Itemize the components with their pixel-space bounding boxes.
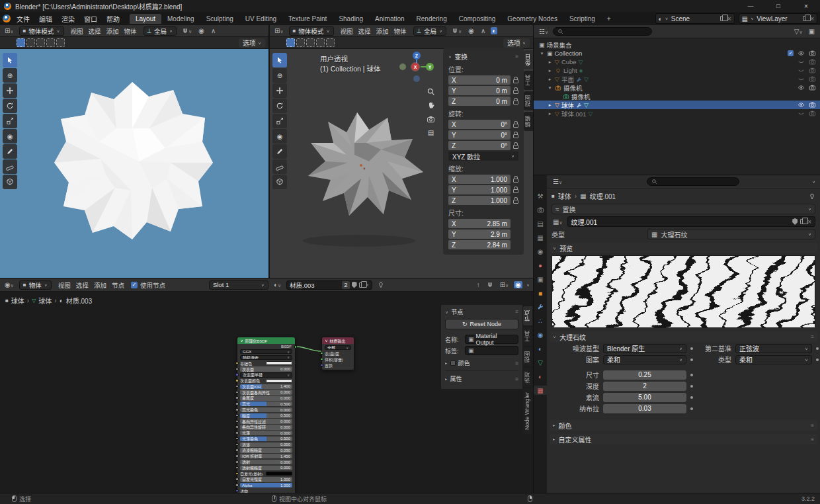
workspace-tab[interactable]: + [601, 14, 617, 24]
material-icon[interactable]: ◐∨ [272, 281, 282, 288]
node-sidebar-tab[interactable]: 工具 [523, 327, 532, 346]
viewport-menu-item[interactable]: 视图 [68, 26, 86, 36]
object-row-sphere[interactable]: ▸ ▽球体▽ [534, 101, 820, 109]
bsdf-row[interactable]: 次表面半径 ∨ [240, 372, 292, 377]
pin-icon[interactable] [376, 281, 386, 288]
new-texture-icon[interactable] [800, 219, 805, 224]
tab-constraints[interactable]: ◐ [534, 344, 547, 353]
snap-target-icon[interactable]: ⊞∨ [499, 281, 511, 288]
panel-grip-icon[interactable]: ≡ [515, 54, 518, 60]
input-socket[interactable] [320, 352, 323, 355]
reset-node-button[interactable]: ↻Reset Node [445, 319, 518, 329]
lock-icon[interactable] [513, 90, 518, 94]
tool-rotate-icon[interactable] [272, 99, 287, 113]
input-socket[interactable] [235, 489, 239, 493]
render-visibility-icon[interactable] [809, 101, 816, 108]
breadcrumb-texture[interactable]: 纹理.001 [590, 191, 616, 201]
viewport-menu-item[interactable]: 物体 [391, 26, 409, 36]
bsdf-row[interactable]: 自发光强度 1.000 ∨ [240, 477, 292, 482]
input-socket[interactable] [320, 358, 323, 361]
collection-row[interactable]: ▾ ▣Collection ✓ [534, 49, 820, 58]
menu-item[interactable]: 渲染 [57, 14, 79, 24]
viewport-menu-item[interactable]: 添加 [104, 26, 122, 36]
tool-add-cube-icon[interactable] [3, 175, 17, 189]
bsdf-row[interactable]: 次表面颜色 ∨ [240, 378, 292, 383]
options-button[interactable]: 选项∨ [239, 38, 265, 48]
tab-view-layer[interactable]: ▦ [534, 233, 547, 242]
bsdf-row[interactable]: 次表面IOR 1.400 ∨ [240, 384, 292, 389]
select-box-icon[interactable] [296, 38, 305, 47]
input-socket[interactable] [235, 420, 239, 423]
material-output-node[interactable]: ∨材质输出 全部∨ 表(曲)面体积(容量)置换 [321, 337, 354, 370]
bsdf-row[interactable]: 透射 0.000 ∨ [240, 460, 292, 464]
tool-annotate-icon[interactable] [272, 144, 287, 159]
object-row-camera[interactable]: ▾ 摄像机 [534, 83, 820, 92]
viewport-menu-item[interactable]: 选择 [356, 26, 374, 36]
lock-icon[interactable] [513, 145, 518, 149]
users-count[interactable]: 2 [342, 281, 349, 289]
animate-dot[interactable] [690, 407, 693, 410]
shader-menu-item[interactable]: 选择 [73, 280, 91, 290]
render-visibility-icon[interactable] [809, 84, 816, 91]
overlays-toggle-icon[interactable]: ◉ [514, 281, 522, 288]
fake-user-shield-icon[interactable] [792, 218, 798, 225]
new-viewlayer-icon[interactable] [803, 16, 807, 21]
filter-icon[interactable]: ▽∨ [793, 28, 804, 35]
scale-field[interactable]: Y1.000 [448, 185, 511, 194]
select-paint-icon[interactable] [326, 38, 335, 47]
proportional-edit-icon[interactable]: ◉ [467, 27, 475, 34]
shader-type-dropdown[interactable]: ■物体∨ [19, 280, 52, 290]
dimension-field[interactable]: Y2.9 m [448, 230, 511, 239]
bsdf-row[interactable]: 糙度 0.500 ∨ [240, 413, 292, 418]
bsdf-row[interactable]: 基础色 ∨ [240, 361, 292, 366]
select-lasso-icon[interactable] [316, 38, 325, 47]
workspace-tab[interactable]: UV Editing [239, 14, 282, 24]
workspace-tab[interactable]: Texture Paint [282, 14, 333, 24]
tool-transform-icon[interactable]: ◉ [272, 129, 287, 144]
bsdf-row[interactable]: 清漆 0.000 ∨ [240, 442, 292, 447]
minimize-button[interactable]: — [737, 0, 764, 12]
tab-scene[interactable]: ◉ [534, 247, 547, 256]
editor-type-icon[interactable]: ⊞∨ [273, 27, 285, 34]
node-snap-icon[interactable] [485, 281, 495, 288]
tool-move-icon[interactable] [272, 83, 287, 98]
menu-item[interactable]: 文件 [12, 14, 34, 24]
bsdf-row[interactable]: IOR 折射率 1.450 ∨ [240, 454, 292, 458]
perspective-toggle-icon[interactable]: ▤ [428, 129, 434, 136]
input-socket[interactable] [235, 362, 239, 365]
hide-icon[interactable] [798, 110, 805, 117]
color-panel-header[interactable]: ▸颜色≡ [550, 420, 817, 431]
location-field[interactable]: Y0 m [448, 86, 511, 95]
input-socket[interactable] [235, 443, 239, 446]
marble-panel-header[interactable]: ∨大理石纹≡ [550, 331, 817, 342]
proportional-edit-icon[interactable]: ◉ [197, 27, 206, 34]
tool-rotate-icon[interactable] [3, 99, 17, 113]
node-name-field[interactable]: ▣Material Output [465, 335, 518, 344]
marble-type-dropdown[interactable]: 柔和∨ [735, 355, 812, 364]
render-visibility-icon[interactable] [809, 58, 816, 65]
snap-icon[interactable]: ∨ [450, 27, 463, 34]
animate-dot[interactable] [816, 358, 819, 361]
unlink-texture-icon[interactable]: × [807, 218, 811, 226]
close-button[interactable]: × [792, 0, 820, 12]
orientation-dropdown[interactable]: ⟂全局∨ [413, 26, 446, 36]
lock-icon[interactable] [513, 101, 518, 105]
slot-dropdown[interactable]: Slot 1∨ [209, 280, 268, 290]
mode-dropdown[interactable]: ■物体模式∨ [19, 26, 64, 36]
bsdf-row[interactable]: 清漆粗糙度 0.030 ∨ [240, 448, 292, 452]
preview-panel-header[interactable]: ∨预览 [550, 243, 817, 253]
texture-type-dropdown[interactable]: ▦大理石纹∨ [647, 229, 815, 239]
camera-view-icon[interactable] [427, 115, 435, 124]
viewport-mid-canvas[interactable]: 用户透视 (1) Collection | 球体 ⊕ ◉ Z X Y [270, 49, 533, 278]
dimension-field[interactable]: Z2.84 m [448, 240, 511, 249]
properties-search-input[interactable] [647, 177, 739, 186]
shader-menu-item[interactable]: 节点 [109, 280, 127, 290]
viewport-menu-item[interactable]: 视图 [338, 26, 356, 36]
viewport-left-canvas[interactable]: ⊕ ◉ [0, 49, 268, 278]
bsdf-row[interactable]: 金属度 0.000 ∨ [240, 396, 292, 400]
hide-icon[interactable] [798, 84, 805, 91]
mode-dropdown[interactable]: ■物体模式∨ [289, 26, 334, 36]
select-circle-icon[interactable] [306, 38, 315, 47]
bsdf-output-socket[interactable] [294, 345, 298, 349]
lock-icon[interactable] [513, 134, 518, 138]
